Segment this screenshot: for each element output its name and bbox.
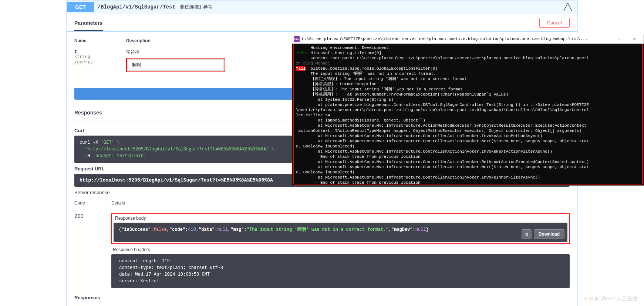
param-description-cell: 字符串	[126, 49, 225, 72]
highlight-box: Response body {"isSuccess":false,"code":…	[111, 213, 570, 244]
console-output[interactable]: Hosting environment: Development info: M…	[293, 44, 643, 184]
endpoint-description: 测试连接1 异常	[175, 4, 213, 10]
console-window: ca. L:\Gitee-plateau\POETIZE\poetize\pla…	[292, 34, 644, 186]
highlight-box	[126, 58, 225, 72]
param-name: t	[74, 49, 111, 54]
server-response-title: Server response	[74, 190, 570, 195]
minimize-icon[interactable]: —	[596, 34, 611, 43]
endpoint-path: /BlogApi/v1/SqlSugar/Test	[94, 4, 175, 10]
download-button[interactable]: Download	[534, 229, 564, 239]
http-method-badge: GET	[67, 2, 94, 12]
console-titlebar[interactable]: ca. L:\Gitee-plateau\POETIZE\poetize\pla…	[292, 34, 644, 44]
response-body-block[interactable]: {"isSuccess":false,"code":410,"data":nul…	[114, 223, 567, 242]
maximize-icon[interactable]: ☐	[611, 34, 627, 43]
parameters-section-header: Parameters Cancel	[67, 14, 577, 31]
param-type: string	[74, 54, 111, 60]
param-name-cell: t string (query)	[74, 49, 111, 65]
resp-header-code: Code	[74, 200, 97, 206]
param-header-name: Name	[74, 38, 111, 43]
param-value-input[interactable]	[128, 59, 224, 71]
resp-header-details: Details	[111, 200, 570, 206]
parameters-title: Parameters	[74, 20, 102, 26]
param-location: (query)	[74, 60, 111, 65]
response-headers-block[interactable]: content-length: 119 content-type: text/p…	[111, 254, 570, 288]
cancel-button[interactable]: Cancel	[539, 18, 570, 28]
console-title: L:\Gitee-plateau\POETIZE\poetize\plateau…	[302, 37, 596, 41]
response-details: Response body {"isSuccess":false,"code":…	[111, 213, 570, 288]
endpoint-header[interactable]: GET /BlogApi/v1/SqlSugar/Test 测试连接1 异常 ╱…	[67, 0, 577, 14]
responses-title-2: Responses	[74, 295, 570, 300]
responses-title: Responses	[74, 110, 102, 116]
close-icon[interactable]: ✕	[627, 34, 642, 43]
response-headers-label: Response headers	[111, 247, 570, 252]
console-app-icon: ca.	[294, 36, 300, 42]
response-body-label: Response body	[114, 216, 567, 221]
copy-icon[interactable]: ⧉	[522, 229, 532, 239]
param-desc-text: 字符串	[126, 49, 225, 56]
response-table-row: 200 Response body {"isSuccess":false,"co…	[74, 208, 570, 288]
chevron-up-icon[interactable]: ╱╲	[564, 3, 577, 11]
response-code: 200	[74, 213, 97, 288]
response-table-header: Code Details	[74, 198, 570, 208]
